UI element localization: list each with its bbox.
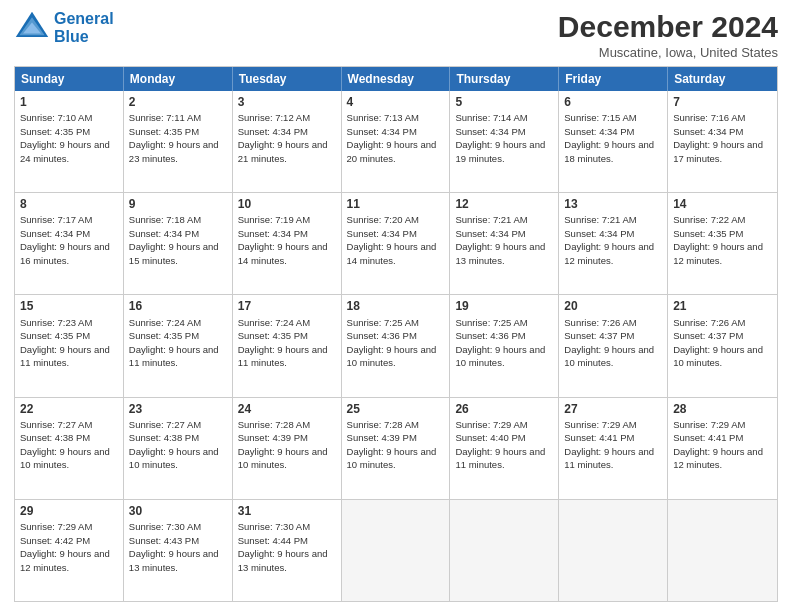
cal-cell: 26 Sunrise: 7:29 AMSunset: 4:40 PMDaylig…	[450, 398, 559, 499]
day-number: 24	[238, 401, 336, 417]
cell-info: Sunrise: 7:14 AMSunset: 4:34 PMDaylight:…	[455, 112, 545, 164]
day-number: 18	[347, 298, 445, 314]
cal-cell: 18 Sunrise: 7:25 AMSunset: 4:36 PMDaylig…	[342, 295, 451, 396]
cell-info: Sunrise: 7:29 AMSunset: 4:41 PMDaylight:…	[564, 419, 654, 471]
cal-cell: 12 Sunrise: 7:21 AMSunset: 4:34 PMDaylig…	[450, 193, 559, 294]
cal-cell: 29 Sunrise: 7:29 AMSunset: 4:42 PMDaylig…	[15, 500, 124, 601]
cal-cell: 20 Sunrise: 7:26 AMSunset: 4:37 PMDaylig…	[559, 295, 668, 396]
cell-info: Sunrise: 7:26 AMSunset: 4:37 PMDaylight:…	[673, 317, 763, 369]
cell-info: Sunrise: 7:23 AMSunset: 4:35 PMDaylight:…	[20, 317, 110, 369]
cal-row-2: 8 Sunrise: 7:17 AMSunset: 4:34 PMDayligh…	[15, 192, 777, 294]
cal-cell: 11 Sunrise: 7:20 AMSunset: 4:34 PMDaylig…	[342, 193, 451, 294]
day-number: 27	[564, 401, 662, 417]
cell-info: Sunrise: 7:24 AMSunset: 4:35 PMDaylight:…	[129, 317, 219, 369]
month-title: December 2024	[558, 10, 778, 43]
cell-info: Sunrise: 7:17 AMSunset: 4:34 PMDaylight:…	[20, 214, 110, 266]
cal-cell: 7 Sunrise: 7:16 AMSunset: 4:34 PMDayligh…	[668, 91, 777, 192]
header: General Blue December 2024 Muscatine, Io…	[14, 10, 778, 60]
cal-cell: 14 Sunrise: 7:22 AMSunset: 4:35 PMDaylig…	[668, 193, 777, 294]
day-number: 19	[455, 298, 553, 314]
day-number: 14	[673, 196, 772, 212]
calendar-header: Sunday Monday Tuesday Wednesday Thursday…	[15, 67, 777, 91]
day-number: 8	[20, 196, 118, 212]
cal-cell	[668, 500, 777, 601]
cal-cell: 28 Sunrise: 7:29 AMSunset: 4:41 PMDaylig…	[668, 398, 777, 499]
cal-row-3: 15 Sunrise: 7:23 AMSunset: 4:35 PMDaylig…	[15, 294, 777, 396]
day-number: 12	[455, 196, 553, 212]
logo-line2: Blue	[54, 28, 89, 45]
cell-info: Sunrise: 7:27 AMSunset: 4:38 PMDaylight:…	[20, 419, 110, 471]
cal-cell: 17 Sunrise: 7:24 AMSunset: 4:35 PMDaylig…	[233, 295, 342, 396]
cell-info: Sunrise: 7:10 AMSunset: 4:35 PMDaylight:…	[20, 112, 110, 164]
cal-cell	[450, 500, 559, 601]
day-number: 1	[20, 94, 118, 110]
cal-cell: 9 Sunrise: 7:18 AMSunset: 4:34 PMDayligh…	[124, 193, 233, 294]
page: General Blue December 2024 Muscatine, Io…	[0, 0, 792, 612]
cell-info: Sunrise: 7:21 AMSunset: 4:34 PMDaylight:…	[455, 214, 545, 266]
cal-cell: 16 Sunrise: 7:24 AMSunset: 4:35 PMDaylig…	[124, 295, 233, 396]
cell-info: Sunrise: 7:25 AMSunset: 4:36 PMDaylight:…	[455, 317, 545, 369]
cal-cell: 10 Sunrise: 7:19 AMSunset: 4:34 PMDaylig…	[233, 193, 342, 294]
header-wednesday: Wednesday	[342, 67, 451, 91]
cal-cell: 15 Sunrise: 7:23 AMSunset: 4:35 PMDaylig…	[15, 295, 124, 396]
cell-info: Sunrise: 7:29 AMSunset: 4:42 PMDaylight:…	[20, 521, 110, 573]
cal-cell: 23 Sunrise: 7:27 AMSunset: 4:38 PMDaylig…	[124, 398, 233, 499]
calendar: Sunday Monday Tuesday Wednesday Thursday…	[14, 66, 778, 602]
day-number: 4	[347, 94, 445, 110]
cal-cell: 22 Sunrise: 7:27 AMSunset: 4:38 PMDaylig…	[15, 398, 124, 499]
cal-row-1: 1 Sunrise: 7:10 AMSunset: 4:35 PMDayligh…	[15, 91, 777, 192]
header-saturday: Saturday	[668, 67, 777, 91]
cal-cell: 13 Sunrise: 7:21 AMSunset: 4:34 PMDaylig…	[559, 193, 668, 294]
cal-cell: 27 Sunrise: 7:29 AMSunset: 4:41 PMDaylig…	[559, 398, 668, 499]
cal-row-5: 29 Sunrise: 7:29 AMSunset: 4:42 PMDaylig…	[15, 499, 777, 601]
day-number: 22	[20, 401, 118, 417]
day-number: 31	[238, 503, 336, 519]
cal-cell: 3 Sunrise: 7:12 AMSunset: 4:34 PMDayligh…	[233, 91, 342, 192]
day-number: 3	[238, 94, 336, 110]
cell-info: Sunrise: 7:19 AMSunset: 4:34 PMDaylight:…	[238, 214, 328, 266]
day-number: 10	[238, 196, 336, 212]
day-number: 26	[455, 401, 553, 417]
cal-cell: 24 Sunrise: 7:28 AMSunset: 4:39 PMDaylig…	[233, 398, 342, 499]
day-number: 30	[129, 503, 227, 519]
cal-cell: 8 Sunrise: 7:17 AMSunset: 4:34 PMDayligh…	[15, 193, 124, 294]
day-number: 21	[673, 298, 772, 314]
cell-info: Sunrise: 7:21 AMSunset: 4:34 PMDaylight:…	[564, 214, 654, 266]
cal-cell: 1 Sunrise: 7:10 AMSunset: 4:35 PMDayligh…	[15, 91, 124, 192]
header-sunday: Sunday	[15, 67, 124, 91]
logo-text: General Blue	[54, 10, 114, 45]
title-area: December 2024 Muscatine, Iowa, United St…	[558, 10, 778, 60]
cell-info: Sunrise: 7:22 AMSunset: 4:35 PMDaylight:…	[673, 214, 763, 266]
cell-info: Sunrise: 7:27 AMSunset: 4:38 PMDaylight:…	[129, 419, 219, 471]
day-number: 17	[238, 298, 336, 314]
day-number: 28	[673, 401, 772, 417]
cal-cell: 30 Sunrise: 7:30 AMSunset: 4:43 PMDaylig…	[124, 500, 233, 601]
calendar-body: 1 Sunrise: 7:10 AMSunset: 4:35 PMDayligh…	[15, 91, 777, 601]
day-number: 11	[347, 196, 445, 212]
cal-cell: 25 Sunrise: 7:28 AMSunset: 4:39 PMDaylig…	[342, 398, 451, 499]
day-number: 2	[129, 94, 227, 110]
header-thursday: Thursday	[450, 67, 559, 91]
cell-info: Sunrise: 7:12 AMSunset: 4:34 PMDaylight:…	[238, 112, 328, 164]
cal-cell: 19 Sunrise: 7:25 AMSunset: 4:36 PMDaylig…	[450, 295, 559, 396]
day-number: 13	[564, 196, 662, 212]
cal-cell: 21 Sunrise: 7:26 AMSunset: 4:37 PMDaylig…	[668, 295, 777, 396]
day-number: 16	[129, 298, 227, 314]
header-friday: Friday	[559, 67, 668, 91]
day-number: 29	[20, 503, 118, 519]
day-number: 23	[129, 401, 227, 417]
day-number: 25	[347, 401, 445, 417]
cell-info: Sunrise: 7:29 AMSunset: 4:40 PMDaylight:…	[455, 419, 545, 471]
cal-cell	[342, 500, 451, 601]
location: Muscatine, Iowa, United States	[558, 45, 778, 60]
cal-cell: 4 Sunrise: 7:13 AMSunset: 4:34 PMDayligh…	[342, 91, 451, 192]
cal-cell	[559, 500, 668, 601]
cal-row-4: 22 Sunrise: 7:27 AMSunset: 4:38 PMDaylig…	[15, 397, 777, 499]
cell-info: Sunrise: 7:13 AMSunset: 4:34 PMDaylight:…	[347, 112, 437, 164]
day-number: 7	[673, 94, 772, 110]
cell-info: Sunrise: 7:28 AMSunset: 4:39 PMDaylight:…	[347, 419, 437, 471]
logo-icon	[14, 10, 50, 46]
cell-info: Sunrise: 7:29 AMSunset: 4:41 PMDaylight:…	[673, 419, 763, 471]
cell-info: Sunrise: 7:18 AMSunset: 4:34 PMDaylight:…	[129, 214, 219, 266]
day-number: 15	[20, 298, 118, 314]
